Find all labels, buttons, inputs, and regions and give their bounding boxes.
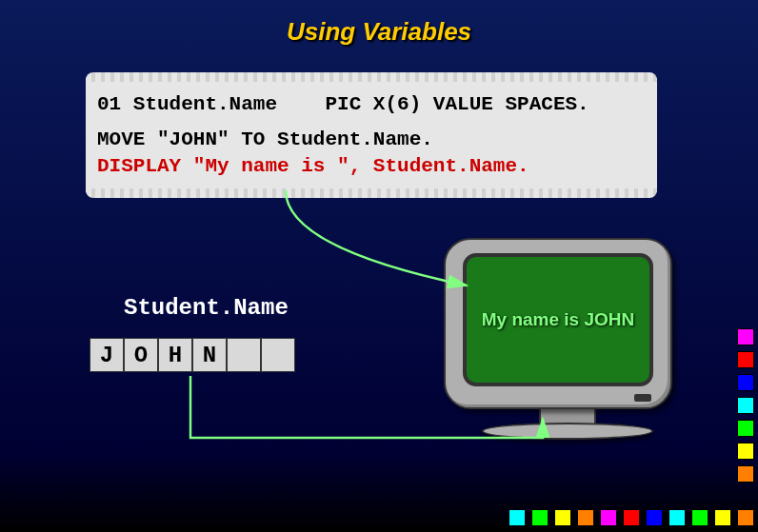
cell-1: O [124,338,158,372]
cell-3: N [192,338,227,372]
deco-square [737,443,754,460]
deco-square [737,374,754,391]
code-line-3: DISPLAY "My name is ", Student.Name. [97,153,646,179]
cell-0: J [90,338,124,372]
deco-square [737,328,754,345]
deco-square [646,509,663,526]
monitor-led [634,394,651,402]
display-keyword: DISPLAY [97,155,181,177]
cell-5 [261,338,295,372]
variable-label: Student.Name [124,295,289,321]
code-line-2: MOVE "JOHN" TO Student.Name. [97,127,646,152]
deco-square [554,509,571,526]
slide-title: Using Variables [0,0,758,47]
deco-square [737,397,754,414]
display-args: "My name is ", Student.Name. [181,155,529,177]
deco-square [577,509,594,526]
deco-square [714,509,731,526]
screen-output-text: My name is JOHN [482,309,635,330]
monitor-illustration: My name is JOHN [444,238,691,457]
deco-square [531,509,549,526]
memory-cells: J O H N [90,338,295,372]
deco-squares-horizontal [509,509,754,526]
deco-square [600,509,617,526]
deco-square [737,465,754,483]
deco-square [737,509,754,526]
monitor-screen: My name is JOHN [463,253,653,386]
deco-square [737,420,754,437]
deco-square [737,351,754,368]
code-snippet: 01 Student.Name PIC X(6) VALUE SPACES. M… [86,78,657,192]
cell-4 [227,338,261,372]
deco-square [509,509,526,526]
deco-square [691,509,708,526]
code-line-1: 01 Student.Name PIC X(6) VALUE SPACES. [97,91,646,117]
deco-square [668,509,686,526]
deco-squares-vertical [737,328,754,483]
deco-square [623,509,640,526]
cell-2: H [158,338,192,372]
